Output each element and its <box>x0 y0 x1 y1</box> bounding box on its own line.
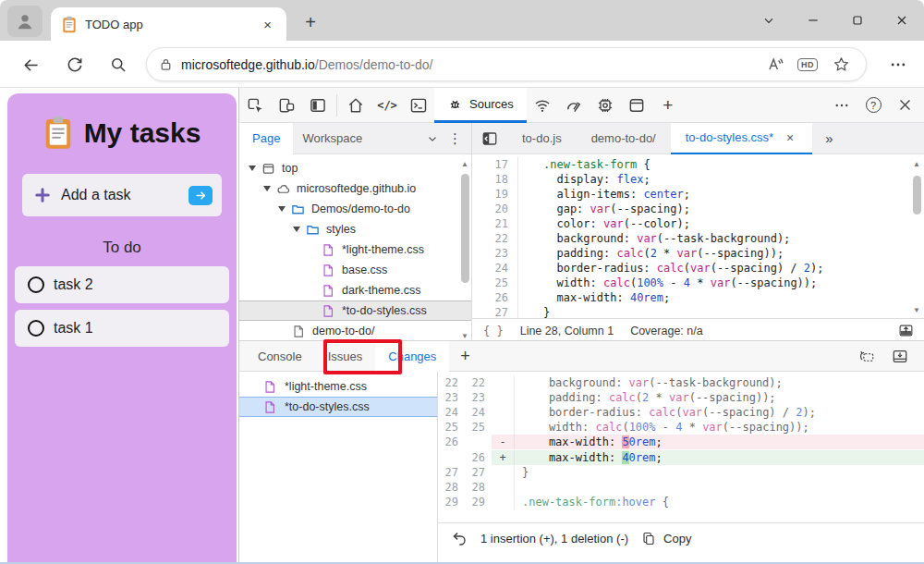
navigator-kebab-menu-icon[interactable]: ⋮ <box>448 130 462 147</box>
tree-item[interactable]: *light-theme.css <box>239 239 471 260</box>
code-line[interactable]: 27} <box>472 305 924 318</box>
tree-item[interactable]: base.css <box>239 260 471 280</box>
scrollbar-thumb[interactable] <box>913 176 921 215</box>
diff-view[interactable]: 2222 background: var(--task-background);… <box>438 372 924 522</box>
new-tab-button[interactable]: + <box>298 9 323 35</box>
console-tab-icon[interactable] <box>403 89 434 122</box>
code-line[interactable]: 23 padding: calc(2 * var(--spacing)); <box>472 246 924 261</box>
back-button[interactable] <box>18 52 43 78</box>
elements-tab-icon[interactable]: </> <box>371 89 403 122</box>
close-window-button[interactable] <box>880 4 924 37</box>
network-tab-icon[interactable] <box>527 89 558 122</box>
diff-row[interactable]: 2727} <box>438 465 924 480</box>
scrollbar-thumb[interactable] <box>461 174 469 283</box>
editor-scrollbar[interactable]: ▲ ▼ <box>911 160 922 314</box>
expander-triangle-icon[interactable] <box>263 186 271 191</box>
tab-actions-chevron-icon[interactable] <box>747 4 791 37</box>
diff-row[interactable]: 2525 width: calc(100% - 4 * var(--spacin… <box>438 420 924 435</box>
code-line[interactable]: 21 color: var(--color); <box>472 216 924 231</box>
tree-item[interactable]: *to-do-styles.css <box>239 300 471 321</box>
code-line[interactable]: 22 background: var(--task-background); <box>472 231 924 246</box>
profile-button[interactable] <box>7 6 43 37</box>
pretty-print-braces-icon[interactable]: { } <box>483 325 504 337</box>
help-icon[interactable]: ? <box>857 89 889 122</box>
search-icon[interactable] <box>105 52 131 78</box>
task-item[interactable]: task 2 <box>15 266 229 303</box>
drawer-tab-issues[interactable]: Issues <box>315 341 376 372</box>
close-editor-tab-icon[interactable]: × <box>783 129 797 146</box>
changed-file-item[interactable]: *light-theme.css <box>239 376 437 397</box>
navigator-chevron-down-icon[interactable] <box>426 132 439 145</box>
code-line[interactable]: 18 display: flex; <box>472 172 924 187</box>
tab-page[interactable]: Page <box>239 123 293 154</box>
diff-row[interactable]: 2323 padding: calc(2 * var(--spacing)); <box>438 390 924 405</box>
scroll-down-icon[interactable]: ▼ <box>461 332 468 340</box>
tab-workspace[interactable]: Workspace <box>302 131 362 145</box>
tree-item[interactable]: microsoftedge.github.io <box>239 178 471 199</box>
favorites-star-icon[interactable] <box>827 53 855 77</box>
revert-changes-icon[interactable] <box>451 531 468 547</box>
performance-tab-icon[interactable] <box>558 89 590 122</box>
diff-row[interactable]: 2222 background: var(--task-background); <box>438 375 924 390</box>
task-checkbox[interactable] <box>28 276 44 293</box>
reload-required-icon[interactable] <box>857 348 876 365</box>
tree-item[interactable]: styles <box>239 219 471 239</box>
submit-task-button[interactable] <box>188 186 213 205</box>
collapse-drawer-icon[interactable] <box>891 348 909 365</box>
editor-tab-demo-to-do[interactable]: demo-to-do/ <box>577 123 671 154</box>
copy-button[interactable]: Copy <box>641 531 691 546</box>
add-task-label[interactable]: Add a task <box>61 187 188 203</box>
code-line[interactable]: 25 width: calc(100% - 4 * var(--spacing)… <box>472 276 924 290</box>
drawer-tab-changes[interactable]: Changes <box>375 341 449 372</box>
refresh-button[interactable] <box>62 52 88 78</box>
add-devtools-tab-icon[interactable]: + <box>652 89 684 122</box>
task-checkbox[interactable] <box>28 320 44 337</box>
tree-item[interactable]: Demos/demo-to-do <box>239 199 471 219</box>
hd-badge-icon[interactable]: HD <box>794 53 821 77</box>
device-emulation-icon[interactable] <box>271 89 302 122</box>
expander-triangle-icon[interactable] <box>293 227 300 232</box>
toggle-drawer-icon[interactable] <box>897 323 915 338</box>
focus-mode-icon[interactable] <box>302 89 334 122</box>
diff-row[interactable]: 2424 border-radius: calc(var(--spacing) … <box>438 405 924 420</box>
expander-triangle-icon[interactable] <box>278 206 286 212</box>
inspect-element-icon[interactable] <box>239 89 271 122</box>
expander-triangle-icon[interactable] <box>249 166 256 171</box>
drawer-tab-console[interactable]: Console <box>245 341 315 372</box>
more-editor-tabs-icon[interactable]: » <box>825 130 833 146</box>
close-devtools-icon[interactable] <box>889 89 920 122</box>
hide-navigator-icon[interactable] <box>472 130 507 147</box>
code-line[interactable]: 19 align-items: center; <box>472 187 924 202</box>
welcome-home-icon[interactable] <box>340 89 371 122</box>
browser-settings-menu-icon[interactable] <box>885 52 911 78</box>
code-line[interactable]: 20 gap: var(--spacing); <box>472 202 924 216</box>
add-drawer-tab-icon[interactable]: + <box>460 347 470 366</box>
application-tab-icon[interactable] <box>621 89 652 122</box>
tab-close-icon[interactable]: × <box>260 16 275 33</box>
url-text[interactable]: microsoftedge.github.io/Demos/demo-to-do… <box>181 57 755 72</box>
scroll-up-icon[interactable]: ▲ <box>461 160 468 168</box>
address-bar[interactable]: microsoftedge.github.io/Demos/demo-to-do… <box>146 47 867 81</box>
add-task-form[interactable]: Add a task <box>22 174 222 216</box>
scroll-down-icon[interactable]: ▼ <box>913 306 920 314</box>
changed-file-item[interactable]: *to-do-styles.css <box>239 397 437 417</box>
code-line[interactable]: 17.new-task-form { <box>472 157 924 172</box>
read-aloud-icon[interactable] <box>760 53 788 77</box>
tree-item[interactable]: demo-to-do/ <box>239 321 471 341</box>
code-view[interactable]: 17.new-task-form {18 display: flex;19 al… <box>472 154 924 318</box>
task-item[interactable]: task 1 <box>15 310 229 347</box>
code-line[interactable]: 26 max-width: 40rem; <box>472 290 924 305</box>
maximize-button[interactable] <box>835 4 880 37</box>
more-options-icon[interactable] <box>826 89 857 122</box>
code-line[interactable]: 24 border-radius: calc(var(--spacing) / … <box>472 261 924 276</box>
diff-row[interactable]: 2929.new-task-form:hover { <box>438 495 924 509</box>
memory-tab-icon[interactable] <box>590 89 621 122</box>
diff-row[interactable]: 2828 <box>438 480 924 495</box>
scroll-up-icon[interactable]: ▲ <box>913 160 920 168</box>
minimize-button[interactable] <box>791 4 835 37</box>
navigator-scrollbar[interactable]: ▲ ▼ <box>459 160 470 340</box>
editor-tab-to-do-js[interactable]: to-do.js <box>507 123 577 154</box>
editor-tab-to-do-styles-css[interactable]: to-do-styles.css* × <box>671 123 813 154</box>
browser-tab[interactable]: TODO app × <box>51 7 286 41</box>
diff-row[interactable]: 26- max-width: 50rem; <box>438 435 924 449</box>
